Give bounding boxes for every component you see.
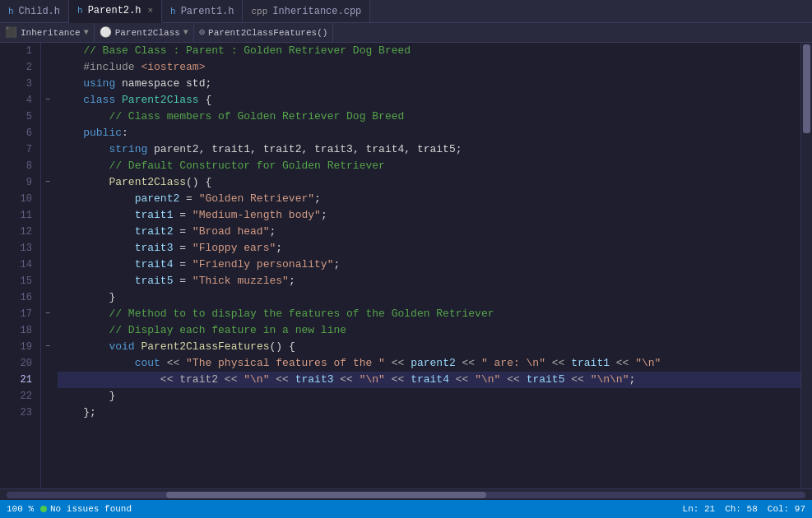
line-num-11: 11 bbox=[0, 207, 35, 224]
tab-label: Child.h bbox=[19, 6, 60, 17]
toolbar: ⬛ Inheritance ▼ ⚪ Parent2Class ▼ ⊙ Paren… bbox=[0, 23, 812, 43]
code-token: // Class members of Golden Retriever Dog… bbox=[109, 109, 404, 125]
code-token bbox=[58, 322, 109, 339]
fold-indicator-7 bbox=[41, 141, 54, 158]
code-token: << trait2 << bbox=[160, 372, 244, 388]
code-token: "Friendly personality" bbox=[193, 257, 334, 273]
code-token bbox=[58, 76, 83, 92]
horizontal-scrollbar-thumb[interactable] bbox=[166, 492, 485, 498]
code-line-20: cout << "The physical features of the " … bbox=[58, 355, 800, 372]
code-token: () { bbox=[269, 339, 295, 355]
code-token: trait3 bbox=[135, 240, 174, 257]
class-section[interactable]: ⚪ Parent2Class ▼ bbox=[95, 23, 194, 42]
code-token: << bbox=[610, 355, 635, 372]
code-token: : bbox=[122, 125, 128, 141]
code-token: void bbox=[109, 339, 134, 355]
code-token bbox=[58, 207, 135, 224]
horizontal-scrollbar[interactable] bbox=[7, 492, 805, 498]
class-dropdown-arrow[interactable]: ▼ bbox=[183, 28, 188, 37]
fold-indicator-17[interactable]: − bbox=[41, 306, 54, 322]
code-token: " are: \n" bbox=[481, 355, 545, 372]
code-token bbox=[58, 306, 109, 322]
code-token: () { bbox=[186, 174, 211, 191]
code-token: trait3 bbox=[295, 372, 334, 388]
fold-indicator-3 bbox=[41, 76, 54, 92]
code-token: public bbox=[83, 125, 122, 141]
code-token: ; bbox=[289, 273, 295, 289]
line-num-7: 7 bbox=[0, 141, 35, 158]
code-token: // Default Constructor for Golden Retrie… bbox=[109, 158, 384, 174]
fold-indicator-23 bbox=[41, 405, 54, 421]
vertical-scrollbar[interactable] bbox=[800, 43, 812, 488]
tab-child-h[interactable]: h Child.h bbox=[0, 0, 69, 22]
code-token: = bbox=[173, 224, 192, 240]
code-token: string bbox=[109, 141, 147, 158]
code-token bbox=[58, 372, 160, 388]
code-token: <iostream> bbox=[141, 59, 205, 76]
code-token bbox=[58, 125, 83, 141]
fold-indicator-16 bbox=[41, 289, 54, 306]
tab-label-3: Inheritance.cpp bbox=[272, 6, 361, 17]
close-tab-button[interactable]: × bbox=[147, 6, 153, 16]
fold-indicator-9[interactable]: − bbox=[41, 174, 54, 191]
code-token: // Method to to display the features of … bbox=[109, 306, 494, 322]
code-line-19: void Parent2ClassFeatures() { bbox=[58, 339, 800, 355]
code-token bbox=[58, 273, 135, 289]
line-num-12: 12 bbox=[0, 224, 35, 240]
code-line-8: // Default Constructor for Golden Retrie… bbox=[58, 158, 800, 174]
project-section[interactable]: ⬛ Inheritance ▼ bbox=[0, 23, 95, 42]
code-token: << bbox=[564, 372, 590, 388]
code-token: = bbox=[179, 191, 198, 207]
editor-container: 1234567891011121314151617181920212223 −−… bbox=[0, 43, 812, 488]
code-line-10: parent2 = "Golden Retriever"; bbox=[58, 191, 800, 207]
tab-inheritance-cpp[interactable]: cpp Inheritance.cpp bbox=[243, 0, 370, 22]
tab-label-2: Parent1.h bbox=[181, 6, 234, 17]
code-token: << bbox=[456, 355, 481, 372]
zoom-level[interactable]: 100 % bbox=[7, 504, 34, 514]
code-token: << bbox=[269, 372, 295, 388]
method-section[interactable]: ⊙ Parent2ClassFeatures() bbox=[194, 23, 333, 42]
code-token: "Golden Retriever" bbox=[199, 191, 314, 207]
issues-indicator[interactable]: No issues found bbox=[40, 504, 132, 514]
code-token: << bbox=[500, 372, 526, 388]
line-num-20: 20 bbox=[0, 355, 35, 372]
code-editor[interactable]: // Base Class : Parent : Golden Retrieve… bbox=[54, 43, 800, 488]
col-number: Col: 97 bbox=[768, 504, 805, 514]
code-line-4: class Parent2Class { bbox=[58, 92, 800, 109]
code-token: trait5 bbox=[135, 273, 174, 289]
line-num-21: 21 bbox=[0, 372, 35, 388]
project-dropdown-arrow[interactable]: ▼ bbox=[84, 28, 89, 37]
code-token bbox=[58, 109, 109, 125]
line-num-17: 17 bbox=[0, 306, 35, 322]
tab-parent2-h[interactable]: h Parent2.h × bbox=[69, 0, 162, 23]
fold-indicator-2 bbox=[41, 59, 54, 76]
status-left: 100 % No issues found bbox=[7, 504, 132, 514]
code-token: << bbox=[160, 355, 186, 372]
fold-indicator-13 bbox=[41, 240, 54, 257]
code-line-23: }; bbox=[58, 405, 800, 421]
code-token bbox=[58, 158, 109, 174]
code-token: trait5 bbox=[527, 372, 565, 388]
fold-indicator-6 bbox=[41, 125, 54, 141]
h-file-icon-active: h bbox=[77, 6, 83, 16]
code-token: ; bbox=[333, 257, 340, 273]
line-num-6: 6 bbox=[0, 125, 35, 141]
code-token: Parent2Class bbox=[109, 174, 186, 191]
code-token: Parent2Class bbox=[122, 92, 199, 109]
line-num-16: 16 bbox=[0, 289, 35, 306]
code-token: "Floppy ears" bbox=[193, 240, 276, 257]
fold-indicator-4[interactable]: − bbox=[41, 92, 54, 109]
tab-parent1-h[interactable]: h Parent1.h bbox=[162, 0, 243, 22]
line-number: Ln: 21 bbox=[683, 504, 716, 514]
code-line-15: trait5 = "Thick muzzles"; bbox=[58, 273, 800, 289]
line-number-gutter: 1234567891011121314151617181920212223 bbox=[0, 43, 41, 488]
code-token: Parent2ClassFeatures bbox=[141, 339, 269, 355]
fold-column: −−−− bbox=[41, 43, 54, 488]
status-bar: 100 % No issues found Ln: 21 Ch: 58 Col:… bbox=[0, 500, 812, 518]
h-file-icon: h bbox=[8, 7, 14, 16]
code-token: = bbox=[173, 207, 192, 224]
fold-indicator-19[interactable]: − bbox=[41, 339, 54, 355]
code-token: } bbox=[58, 289, 115, 306]
line-num-19: 19 bbox=[0, 339, 35, 355]
line-num-18: 18 bbox=[0, 322, 35, 339]
